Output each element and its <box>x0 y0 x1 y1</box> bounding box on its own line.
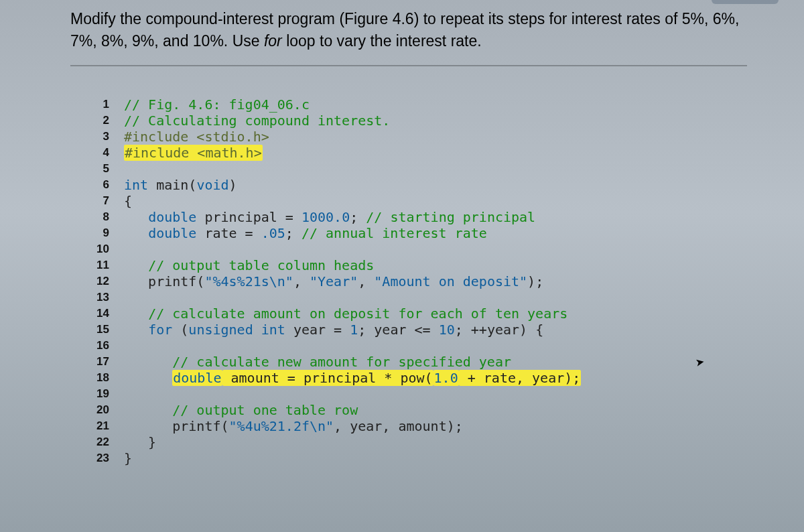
code-token <box>124 257 148 273</box>
code-token: unsigned int <box>188 322 285 338</box>
code-token: // calculate amount on deposit for each … <box>148 306 567 322</box>
code-listing: 1// Fig. 4.6: fig04_06.c2// Calculating … <box>0 96 804 466</box>
code-token: 10 <box>439 322 455 338</box>
code-content: // output one table row <box>124 402 804 418</box>
code-token: "Amount on deposit" <box>374 273 527 289</box>
code-token: // annual interest rate <box>302 225 487 241</box>
line-number: 16 <box>90 338 124 354</box>
code-token: printf( <box>124 418 229 434</box>
code-token: printf( <box>124 273 204 289</box>
code-line: 19 <box>90 386 804 402</box>
code-token: // starting principal <box>366 209 535 225</box>
code-token: , <box>293 273 310 289</box>
code-token <box>124 209 148 225</box>
code-token: , <box>358 273 374 289</box>
code-token: ; ++year) { <box>455 322 543 338</box>
code-content: // Fig. 4.6: fig04_06.c <box>124 96 804 113</box>
line-number: 20 <box>90 402 124 418</box>
code-token: ); <box>527 273 543 289</box>
code-token: } <box>124 434 156 450</box>
line-number: 10 <box>90 241 124 257</box>
line-number: 18 <box>90 370 124 386</box>
code-line: 2// Calculating compound interest. <box>90 113 804 129</box>
code-token: "%4s%21s\n" <box>204 273 293 289</box>
question-emphasis: for <box>264 32 282 50</box>
code-line: 1// Fig. 4.6: fig04_06.c <box>90 96 804 113</box>
code-token: // output table column heads <box>148 257 374 273</box>
code-token: ; <box>350 209 366 225</box>
code-token: double <box>148 225 196 241</box>
line-number: 2 <box>90 113 124 129</box>
code-token: "Year" <box>310 273 358 289</box>
code-content: printf("%4u%21.2f\n", year, amount); <box>124 418 804 434</box>
code-line: 21 printf("%4u%21.2f\n", year, amount); <box>90 418 804 434</box>
code-token: + rate, year); <box>459 370 582 386</box>
code-content: { <box>124 193 804 209</box>
code-content: } <box>124 434 804 450</box>
code-token: // output one table row <box>172 402 358 418</box>
code-token: double <box>148 209 196 225</box>
code-token: ; year <= <box>358 322 438 338</box>
code-token: main( <box>148 177 196 193</box>
code-token: for <box>148 322 172 338</box>
code-line: 18 double amount = principal * pow(1.0 +… <box>90 370 804 386</box>
code-token: } <box>124 450 132 466</box>
code-token <box>124 354 172 370</box>
code-token: #include <stdio.h> <box>124 129 269 145</box>
code-token <box>124 402 172 418</box>
line-number: 13 <box>90 289 124 306</box>
code-content: // Calculating compound interest. <box>124 113 804 129</box>
question-part-after: loop to vary the interest rate. <box>282 32 482 50</box>
code-token: // calculate new amount for specified ye… <box>172 354 511 370</box>
code-token: principal = <box>196 209 302 225</box>
code-token <box>124 370 172 386</box>
code-line: 3#include <stdio.h> <box>90 129 804 145</box>
code-token: double <box>172 370 222 386</box>
line-number: 6 <box>90 177 124 193</box>
code-token: #include <math.h> <box>124 145 263 161</box>
code-token: { <box>124 193 132 209</box>
code-line: 22 } <box>90 434 804 450</box>
code-token <box>124 322 148 338</box>
code-token: , year, amount); <box>334 418 463 434</box>
line-number: 1 <box>90 96 124 113</box>
line-number: 5 <box>90 161 124 177</box>
code-line: 8 double principal = 1000.0; // starting… <box>90 209 804 225</box>
code-token: // Fig. 4.6: fig04_06.c <box>124 96 310 113</box>
line-number: 8 <box>90 209 124 225</box>
code-content: double principal = 1000.0; // starting p… <box>124 209 804 225</box>
code-token: .05 <box>261 225 285 241</box>
code-token: ) <box>229 177 237 193</box>
code-content: // calculate amount on deposit for each … <box>124 306 804 322</box>
code-token: year = <box>285 322 350 338</box>
line-number: 7 <box>90 193 124 209</box>
code-token: rate = <box>196 225 261 241</box>
line-number: 22 <box>90 434 124 450</box>
browser-tab-stub <box>712 0 779 4</box>
code-line: 12 printf("%4s%21s\n", "Year", "Amount o… <box>90 273 804 289</box>
code-token: // Calculating compound interest. <box>124 113 390 129</box>
code-line: 4#include <math.h> <box>90 145 804 161</box>
line-number: 9 <box>90 225 124 241</box>
divider <box>70 65 747 66</box>
code-line: 6int main(void) <box>90 177 804 193</box>
code-token: ( <box>172 322 188 338</box>
code-token: ; <box>285 225 302 241</box>
code-line: 20 // output one table row <box>90 402 804 418</box>
code-line: 13 <box>90 289 804 306</box>
code-line: 16 <box>90 338 804 354</box>
question-text: Modify the compound-interest program (Fi… <box>0 0 804 60</box>
code-token: 1 <box>350 322 358 338</box>
code-content: #include <stdio.h> <box>124 129 804 145</box>
line-number: 15 <box>90 322 124 338</box>
code-line: 5 <box>90 161 804 177</box>
line-number: 23 <box>90 450 124 466</box>
line-number: 17 <box>90 354 124 370</box>
code-token <box>124 225 148 241</box>
code-content: int main(void) <box>124 177 804 193</box>
code-token <box>124 306 148 322</box>
code-token: amount = principal * pow( <box>222 370 433 386</box>
code-content: #include <math.h> <box>124 145 804 161</box>
code-content: printf("%4s%21s\n", "Year", "Amount on d… <box>124 273 804 289</box>
line-number: 21 <box>90 418 124 434</box>
